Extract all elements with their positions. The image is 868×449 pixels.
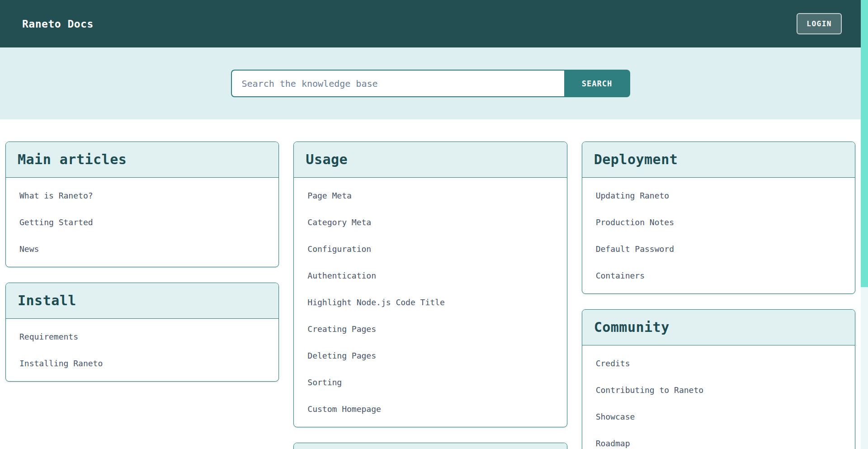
- category-card: [293, 443, 567, 449]
- article-link[interactable]: Category Meta: [294, 209, 566, 236]
- search-section: SEARCH: [0, 47, 861, 119]
- card-header: Usage: [294, 142, 566, 178]
- article-link[interactable]: Updating Raneto: [582, 182, 855, 209]
- scrollbar-thumb[interactable]: [861, 0, 868, 287]
- card-header: Install: [6, 283, 278, 319]
- search-input[interactable]: [231, 70, 564, 97]
- article-link[interactable]: Deleting Pages: [294, 342, 566, 369]
- article-link[interactable]: Highlight Node.js Code Title: [294, 289, 566, 316]
- category-card: Deployment Updating RanetoProduction Not…: [582, 142, 855, 294]
- article-link[interactable]: Production Notes: [582, 209, 855, 236]
- article-link[interactable]: Showcase: [582, 403, 855, 430]
- category-card: Community CreditsContributing to RanetoS…: [582, 309, 855, 449]
- card-article-list: Page MetaCategory MetaConfigurationAuthe…: [294, 178, 566, 427]
- cards-column-middle: Usage Page MetaCategory MetaConfiguratio…: [293, 142, 567, 449]
- category-card: Main articles What is Raneto?Getting Sta…: [5, 142, 279, 267]
- login-button[interactable]: LOGIN: [797, 13, 842, 34]
- card-header: [294, 443, 566, 449]
- article-link[interactable]: What is Raneto?: [6, 182, 278, 209]
- card-header: Community: [582, 310, 855, 345]
- article-link[interactable]: Default Password: [582, 236, 855, 262]
- article-link[interactable]: Authentication: [294, 262, 566, 289]
- card-title: Community: [594, 318, 843, 336]
- article-link[interactable]: News: [6, 236, 278, 262]
- article-link[interactable]: Page Meta: [294, 182, 566, 209]
- page-scrollbar[interactable]: [861, 0, 868, 449]
- article-link[interactable]: Credits: [582, 350, 855, 377]
- cards-column-left: Main articles What is Raneto?Getting Sta…: [5, 142, 279, 449]
- category-card: Usage Page MetaCategory MetaConfiguratio…: [293, 142, 567, 427]
- category-card: Install RequirementsInstalling Raneto: [5, 283, 279, 382]
- article-link[interactable]: Getting Started: [6, 209, 278, 236]
- category-grid: Main articles What is Raneto?Getting Sta…: [0, 119, 861, 449]
- article-link[interactable]: Requirements: [6, 323, 278, 350]
- article-link[interactable]: Contributing to Raneto: [582, 377, 855, 403]
- article-link[interactable]: Sorting: [294, 369, 566, 396]
- article-link[interactable]: Containers: [582, 262, 855, 289]
- top-navbar: Raneto Docs LOGIN: [0, 0, 861, 47]
- site-title: Raneto Docs: [22, 18, 94, 30]
- article-link[interactable]: Configuration: [294, 236, 566, 262]
- card-title: Deployment: [594, 151, 843, 169]
- card-article-list: CreditsContributing to RanetoShowcaseRoa…: [582, 345, 855, 449]
- search-button[interactable]: SEARCH: [564, 70, 630, 97]
- card-article-list: RequirementsInstalling Raneto: [6, 319, 278, 381]
- article-link[interactable]: Creating Pages: [294, 316, 566, 342]
- cards-column-right: Deployment Updating RanetoProduction Not…: [582, 142, 855, 449]
- card-header: Main articles: [6, 142, 278, 178]
- article-link[interactable]: Roadmap: [582, 430, 855, 449]
- card-header: Deployment: [582, 142, 855, 178]
- card-article-list: What is Raneto?Getting StartedNews: [6, 178, 278, 267]
- article-link[interactable]: Installing Raneto: [6, 350, 278, 377]
- card-title: Usage: [306, 151, 555, 169]
- card-article-list: Updating RanetoProduction NotesDefault P…: [582, 178, 855, 293]
- card-title: Main articles: [18, 151, 267, 169]
- page: Raneto Docs LOGIN SEARCH Main articles W…: [0, 0, 861, 449]
- article-link[interactable]: Custom Homepage: [294, 396, 566, 422]
- card-title: Install: [18, 292, 267, 310]
- search-form: SEARCH: [231, 70, 630, 97]
